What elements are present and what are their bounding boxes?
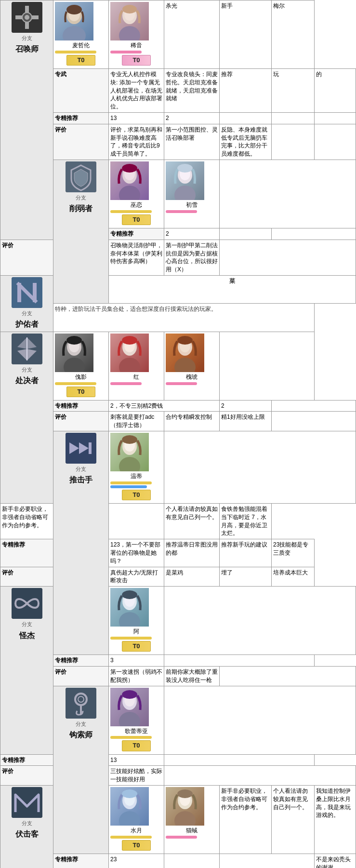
push-eval-extra-1: 新手非必要职业，非强者自动省略可作为合约参考。 [0, 504, 53, 539]
avatar-wulian [110, 161, 149, 200]
summon-icon [12, 2, 42, 33]
char-name-xiyin: 稀音 [110, 41, 162, 50]
tier-badge-geleidi: T0 [122, 740, 151, 751]
eval-maizhelun: 第一小范围图控、灵活召唤部署 [164, 124, 220, 160]
char-cell-geleidi: 歌蕾蒂亚 T0 [109, 686, 164, 754]
specialtynum-chuxue [220, 228, 272, 240]
branch-prefix-ambush: 分支 [2, 820, 52, 827]
avatar-geleidi [110, 688, 149, 726]
eval-row-summon: 评价 评价，求菜鸟别再和新手说召唤难度高了，稀音专武后比9成干员简单了。 第一小… [0, 124, 356, 160]
svg-point-37 [66, 336, 82, 345]
specialtynum-c4 [272, 112, 315, 124]
eval-weird-extra [220, 667, 356, 686]
eval-chuxue: 第一削护甲第二削法抗但是因为要占据核心高台位，所以很好用（X） [164, 240, 220, 275]
avatar-huaihu [166, 334, 204, 372]
eval-kuiying: 刺客就是要打adc（指浮士德） [109, 412, 164, 431]
push-eval-extra-3: 个人看法请勿较真如有意见自己列一个。 [164, 504, 220, 539]
char-name-wendi: 温蒂 [110, 472, 162, 481]
weird-extra [164, 587, 356, 655]
push-icon [66, 433, 96, 464]
note-row-guard: 特种，进阶玩法干员集合处，适合想深度自行摸索玩法的玩家。 [0, 304, 356, 332]
char-cell-chuxue: 初雪 [164, 160, 220, 228]
hook-icon [66, 688, 96, 719]
branch-name-push: 推击手 [55, 475, 107, 485]
push-eval-extra-4: 食铁兽勉强能混着当下临时近 7，水月高，要是你近卫太烂。 [220, 504, 272, 539]
specialtynum-row-ambush: 专精推荐 23 不是来凶秃头的谢谢 [0, 854, 356, 868]
branch-row-weaken: 分支 削弱者 巫恋 [0, 160, 356, 228]
char-name-maizhelun: 麦哲伦 [55, 41, 107, 50]
specialtynum-push-4: 23技能都是专三质变 [272, 539, 315, 567]
char-cell-a: 阿 T0 [109, 587, 164, 655]
eval-row-execute: 评价 刺客就是要打adc（指浮士德） 合约专精瞬发控制 精1好用没啥上限 [0, 412, 356, 431]
eval-huaihu: 精1好用没啥上限 [220, 412, 272, 431]
eval-hong: 合约专精瞬发控制 [164, 412, 220, 431]
specialtynum-execute-1: 2，不专三别精2费钱 [109, 400, 220, 412]
svg-point-42 [122, 336, 137, 345]
tier-badge-wendi: T0 [122, 490, 151, 500]
svg-point-20 [122, 164, 137, 173]
branch-prefix-hook: 分支 [55, 721, 107, 728]
svg-point-47 [177, 336, 193, 345]
rank-bar-maizhelun [55, 51, 96, 53]
push-extra-chars [164, 431, 356, 504]
svg-point-62 [122, 590, 137, 599]
avatar-shuiyue [110, 787, 149, 826]
specialtynum-row-summon: 专精推荐 13 2 [0, 112, 356, 124]
avatar-xiyin [110, 2, 149, 40]
specialty-shaguang: 推荐 [220, 68, 272, 112]
char-name-hong: 红 [110, 373, 162, 381]
col-shaguang-summon: 杀光 [164, 0, 220, 69]
label-eval-push: 评价 [0, 567, 53, 587]
char-name-maoyou: 猫蜮 [166, 827, 218, 835]
svg-point-56 [122, 435, 137, 444]
svg-point-71 [122, 690, 137, 699]
col-meier-summon: 梅尔 [272, 0, 315, 69]
tier-badge-a: T0 [122, 641, 151, 652]
eval-intro-summon: 评价，求菜鸟别再和新手说召唤难度高了，稀音专武后比9成干员简单了。 [109, 124, 164, 160]
char-name-wulian: 巫恋 [110, 201, 162, 209]
branch-cell-execute: 分支 处决者 [0, 332, 53, 503]
char-cell-hong: 红 [109, 332, 164, 400]
ambush-extra-3: 我知道控制伊桑上限比水月高，我是来玩游戏的。 [314, 785, 356, 854]
label-eval-execute: 评价 [53, 412, 109, 431]
rank-bar-wendi-2 [110, 485, 147, 488]
branch-name-hook: 钩索师 [55, 730, 107, 740]
rank-bar-xiyin [110, 51, 142, 53]
specialtynum-c3 [220, 112, 272, 124]
specialtynum-row-execute: 专精推荐 2，不专三别精2费钱 2 [0, 400, 356, 412]
rank-bar-shuiyue [110, 836, 152, 839]
weaken-icon [66, 161, 96, 192]
char-cell-kuiying: 傀影 T0 [53, 332, 109, 400]
eval-wulian: 召唤物灵活削护甲，奈何本体菜（伊芙利特伤害多高啊） [109, 240, 164, 275]
eval-execute-extra [272, 412, 356, 431]
label-specialtynum-weaken: 专精推荐 [109, 228, 164, 240]
specialty-row-summon: 专武 专业无人机控作模块: 添加一个专属无人机部署位，在场无人机优先占用该部署位… [0, 68, 356, 112]
specialtynum-xiyin: 2 [164, 112, 220, 124]
label-specialtynum-weird: 专精推荐 [53, 655, 109, 667]
eval-hook-extra [164, 766, 356, 786]
rank-bar-huaihu [166, 382, 197, 385]
svg-point-77 [122, 789, 137, 798]
specialtynum-ambush-1: 23 [109, 854, 164, 868]
eval-weaken-extra [220, 240, 356, 275]
main-table: 分支 召唤师 [0, 0, 356, 868]
branch-cell-hook: 分支 钩索师 [53, 686, 109, 854]
branch-row-summon: 分支 召唤师 [0, 0, 356, 69]
label-eval-hook: 评价 [0, 766, 53, 786]
branch-name-ambush: 伏击客 [2, 829, 52, 840]
char-cell-wendi: 温蒂 T0 [109, 431, 164, 504]
avatar-chuxue [166, 161, 204, 200]
specialtynum-ambush-2 [164, 854, 220, 868]
char-name-shuiyue: 水月 [110, 827, 162, 835]
note-guard: 特种，进阶玩法干员集合处，适合想深度自行摸索玩法的玩家。 [53, 304, 315, 332]
svg-rect-51 [89, 442, 92, 454]
char-name-chuxue: 初雪 [166, 201, 218, 209]
eval-a-2: 前期你家大概除了重装没人吃得住一枪 [164, 667, 220, 686]
specialtynum-weaken-extra [272, 228, 356, 240]
rank-bar-a [110, 637, 152, 640]
branch-prefix-guard: 分支 [2, 310, 52, 317]
big-char-cai: 菜 [109, 275, 356, 303]
label-specialtynum-ambush: 专精推荐 [53, 854, 109, 868]
specialtynum-row-weird: 专精推荐 3 [0, 655, 356, 667]
eval-a-1: 第一攻速拐（弱鸡不配我拐） [109, 667, 164, 686]
